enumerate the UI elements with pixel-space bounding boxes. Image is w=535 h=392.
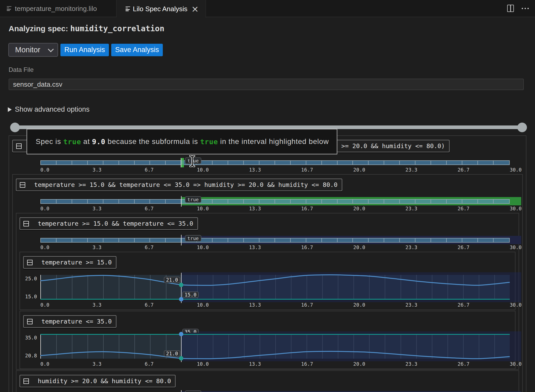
timeline-segment	[291, 200, 306, 203]
x-tick-label: 20.0	[353, 167, 365, 173]
x-tick-label: 23.3	[406, 206, 418, 211]
timeline-segment	[88, 238, 103, 242]
timeline-segment	[275, 200, 291, 203]
timeline-segment	[259, 200, 275, 203]
formula-label-box[interactable]: temperature >= 15.0 && temperature <= 35…	[20, 217, 198, 230]
timeline-segment	[291, 161, 306, 165]
slider-handle-left[interactable]	[10, 123, 20, 132]
subformula-panel: temperature >= 15.025.015.021.015.00.03.…	[20, 252, 515, 310]
advanced-options-label: Show advanced options	[15, 105, 90, 113]
x-tick-label: 10.0	[197, 167, 209, 173]
timeline-segment	[494, 161, 509, 165]
timeline-segment	[400, 238, 415, 242]
subformula-panel: humidity_correlation: always(temperature…	[9, 135, 526, 392]
x-tick-label: 23.3	[406, 244, 418, 250]
x-tick-label: 30.0	[510, 206, 522, 211]
timeline-segment	[431, 200, 447, 203]
more-actions-icon[interactable]	[522, 8, 529, 9]
tab-lilo-spec-analysis[interactable]: Lilo Spec Analysis ×	[117, 0, 206, 18]
formula-text: temperature <= 35.0	[41, 318, 112, 325]
close-tab-icon[interactable]: ×	[191, 5, 199, 13]
page-title: Analyzing spec: humidity_correlation	[9, 24, 164, 33]
subformula-panel: temperature <= 35.035.020.821.035.00.03.…	[20, 311, 515, 369]
collapse-icon[interactable]	[23, 221, 29, 226]
x-axis-ticks: 0.03.36.710.013.316.720.023.326.730.0	[12, 167, 523, 173]
timeline-segment	[462, 161, 478, 165]
timeline-segment	[384, 200, 400, 203]
subformula-panels: humidity_correlation: always(temperature…	[9, 135, 526, 392]
formula-label-box[interactable]: temperature >= 15.0	[23, 256, 116, 269]
tab-temperature-monitoring[interactable]: temperature_monitoring.lilo	[0, 0, 117, 17]
spec-name: humidity_correlation	[70, 24, 164, 33]
x-tick-label: 23.3	[406, 167, 418, 173]
collapse-icon[interactable]	[27, 260, 33, 265]
timeline-segment	[41, 161, 57, 165]
split-editor-icon[interactable]	[507, 5, 514, 12]
timeline-segment	[322, 200, 338, 203]
slider-track[interactable]	[10, 125, 525, 129]
x-tick-label: 30.0	[510, 167, 522, 173]
mouse-ibeam-cursor	[189, 155, 195, 167]
timeline-segment	[338, 161, 353, 165]
collapse-icon[interactable]	[16, 143, 22, 149]
x-tick-label: 0.0	[40, 206, 49, 211]
collapse-icon[interactable]	[20, 182, 25, 188]
mode-select[interactable]: Monitor	[8, 43, 58, 57]
tab-label: temperature_monitoring.lilo	[15, 5, 97, 13]
x-tick-label: 26.7	[458, 206, 470, 211]
true-badge: true	[185, 196, 201, 203]
timeline-segment	[119, 200, 135, 203]
timeline-segment	[353, 238, 369, 242]
formula-text: temperature >= 15.0	[41, 259, 112, 266]
timeline-segment	[135, 238, 150, 242]
timeline-segment	[103, 200, 119, 203]
x-axis-ticks: 0.03.36.710.013.316.720.023.326.730.0	[20, 244, 515, 250]
timeline-segment	[306, 200, 322, 203]
line-chart-row: 25.015.021.015.00.03.36.710.013.316.720.…	[23, 273, 512, 308]
timeline-segment	[306, 238, 322, 242]
timeline-segment	[322, 238, 338, 242]
timeline-segment	[462, 238, 478, 242]
formula-label-box[interactable]: humidity >= 20.0 && humidity <= 80.0	[20, 375, 176, 387]
collapse-icon[interactable]	[27, 319, 33, 324]
tooltip-text: because the subformula is	[105, 137, 200, 146]
timeline-segment	[462, 200, 478, 203]
save-analysis-button[interactable]: Save Analysis	[111, 44, 163, 56]
timeline-bar	[40, 199, 510, 204]
timeline-segment	[244, 200, 259, 203]
timeline-segment	[478, 238, 494, 242]
tooltip-text: at	[81, 137, 92, 146]
cursor-line	[181, 158, 181, 167]
editor-actions	[507, 0, 535, 17]
timeline-bar	[40, 160, 510, 165]
subformula-panel: temperature >= 15.0 && temperature <= 35…	[16, 213, 519, 370]
true-badge: true	[185, 390, 201, 392]
slider-handle-right[interactable]	[517, 123, 527, 132]
timeline-segment	[119, 238, 135, 242]
threshold-value-badge: 15.0	[182, 292, 199, 298]
cursor-line	[181, 390, 182, 392]
timeline-segment	[166, 161, 181, 165]
subformula-panel: temperature >= 15.0 && temperature <= 35…	[12, 174, 523, 392]
formula-label-box[interactable]: temperature <= 35.0	[23, 315, 116, 328]
timeline-segment	[41, 200, 57, 203]
signal-curve	[23, 273, 535, 308]
timeline-segment	[228, 161, 244, 165]
timeline-segment	[244, 238, 259, 242]
lilo-spec-analysis-page: temperature_monitoring.lilo Lilo Spec An…	[0, 0, 535, 392]
cursor-value-dot	[179, 283, 183, 287]
formula-label-box[interactable]: temperature >= 15.0 && temperature <= 35…	[16, 179, 342, 191]
timeline-row: true0.03.36.710.013.316.720.023.326.730.…	[12, 156, 523, 173]
timeline-segment	[150, 200, 166, 203]
mode-select-value: Monitor	[15, 46, 40, 54]
timeline-segment	[275, 238, 291, 242]
run-analysis-button[interactable]: Run Analysis	[60, 44, 109, 56]
timeline-segment	[494, 200, 509, 203]
advanced-options-toggle[interactable]: Show advanced options	[8, 105, 90, 113]
timeline-segment	[57, 238, 72, 242]
timeline-segment	[447, 200, 462, 203]
x-tick-label: 6.7	[145, 167, 153, 173]
analysis-controls: Monitor Run Analysis Save Analysis	[8, 43, 163, 57]
collapse-icon[interactable]	[23, 378, 29, 384]
data-file-input[interactable]	[9, 79, 524, 90]
